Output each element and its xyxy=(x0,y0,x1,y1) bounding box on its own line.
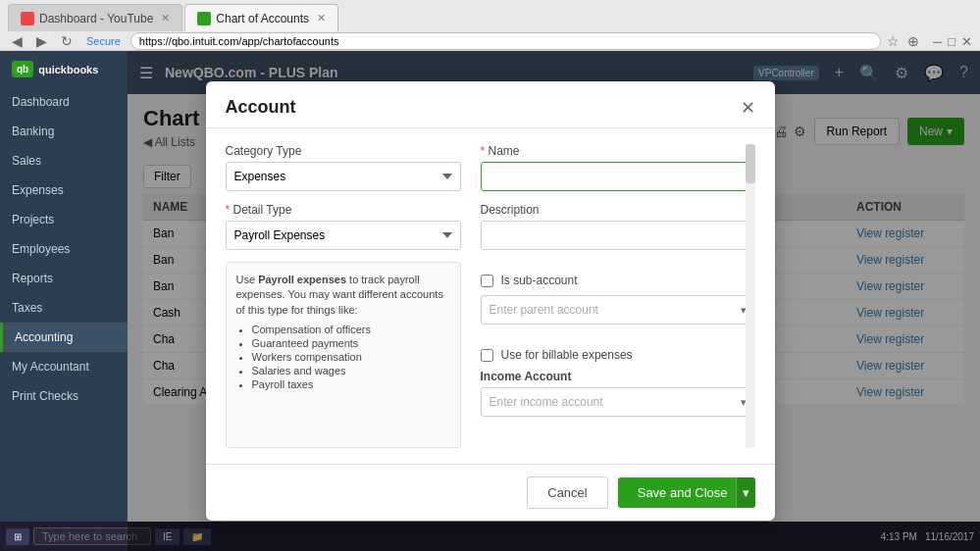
parent-account-input-wrapper[interactable]: Enter parent account ▾ xyxy=(481,295,755,325)
detail-type-label: * Detail Type xyxy=(226,203,461,217)
income-account-group: Income Account Enter income account ▾ xyxy=(481,370,755,417)
sub-account-label: Is sub-account xyxy=(501,274,578,287)
forward-button[interactable]: ▶ xyxy=(32,32,51,50)
billable-label: Use for billable expenses xyxy=(501,348,633,362)
minimize-button[interactable]: ─ xyxy=(933,34,942,49)
description-input[interactable] xyxy=(481,221,755,250)
extensions-icon[interactable]: ⊕ xyxy=(907,33,919,49)
detail-type-select[interactable]: Payroll Expenses xyxy=(226,221,461,250)
description-group: Description xyxy=(481,203,755,250)
parent-account-placeholder: Enter parent account xyxy=(490,303,741,317)
tab-youtube-label: Dashboard - YouTube xyxy=(39,12,153,25)
income-account-label: Income Account xyxy=(481,370,755,383)
sidebar-item-my-accountant-label: My Accountant xyxy=(12,360,89,374)
spacer2 xyxy=(481,336,755,348)
secure-label: Secure xyxy=(82,35,125,47)
sidebar-item-taxes-label: Taxes xyxy=(12,301,42,315)
name-label: * Name xyxy=(481,144,755,158)
sidebar-item-employees[interactable]: Employees xyxy=(0,234,128,264)
back-button[interactable]: ◀ xyxy=(8,32,26,50)
close-window-button[interactable]: ✕ xyxy=(961,34,972,49)
billable-checkbox[interactable] xyxy=(481,349,493,362)
main-content: ☰ NewQBO.com - PLUS Plan VPController + … xyxy=(128,51,980,551)
tab-chartofaccounts-close[interactable]: ✕ xyxy=(317,12,326,25)
refresh-button[interactable]: ↻ xyxy=(57,32,77,50)
info-text-intro: Use Payroll expenses to track payroll ex… xyxy=(236,273,450,318)
info-box: Use Payroll expenses to track payroll ex… xyxy=(226,262,461,448)
detail-type-required-marker: * xyxy=(226,203,231,217)
income-account-input-wrapper[interactable]: Enter income account ▾ xyxy=(481,387,755,417)
address-bar: ◀ ▶ ↻ Secure ☆ ⊕ ─ □ ✕ xyxy=(0,31,980,51)
tab-youtube-close[interactable]: ✕ xyxy=(161,12,170,25)
save-close-label: Save and Close xyxy=(638,485,728,500)
address-input[interactable] xyxy=(130,32,881,50)
browser-icons: ☆ ⊕ xyxy=(887,33,919,49)
youtube-favicon xyxy=(21,12,34,25)
category-type-group: Category Type Expenses xyxy=(226,144,461,191)
info-item-1: Compensation of officers xyxy=(252,324,450,335)
bookmark-icon[interactable]: ☆ xyxy=(887,33,900,49)
name-input[interactable] xyxy=(481,162,755,191)
maximize-button[interactable]: □ xyxy=(948,34,955,49)
sidebar-item-accounting[interactable]: Accounting xyxy=(0,323,128,352)
info-list: Compensation of officers Guaranteed paym… xyxy=(252,324,450,390)
qbo-favicon xyxy=(197,12,211,25)
sidebar-item-employees-label: Employees xyxy=(12,242,70,256)
description-label: Description xyxy=(481,203,755,217)
modal-footer: Cancel Save and Close ▾ xyxy=(206,464,775,521)
modal-close-button[interactable]: ✕ xyxy=(741,99,755,117)
sidebar-item-taxes[interactable]: Taxes xyxy=(0,293,128,323)
info-item-4: Salaries and wages xyxy=(252,365,450,376)
sub-account-row: Is sub-account xyxy=(481,274,755,287)
sidebar-logo: qb quickbooks xyxy=(0,51,128,87)
sidebar-item-sales[interactable]: Sales xyxy=(0,146,128,175)
detail-type-label-text: Detail Type xyxy=(233,203,292,217)
category-type-label: Category Type xyxy=(226,144,461,158)
browser-chrome: Dashboard - YouTube ✕ Chart of Accounts … xyxy=(0,0,980,51)
sidebar-item-dashboard-label: Dashboard xyxy=(12,95,70,109)
modal-header: Account ✕ xyxy=(206,81,775,128)
modal-title: Account xyxy=(226,97,296,118)
save-close-button[interactable]: Save and Close ▾ xyxy=(618,477,755,508)
sidebar-item-projects-label: Projects xyxy=(12,213,54,226)
modal-overlay: Account ✕ Category Type Expenses xyxy=(128,51,980,551)
sidebar-item-my-accountant[interactable]: My Accountant xyxy=(0,352,128,381)
income-account-placeholder: Enter income account xyxy=(490,395,741,409)
sidebar-item-print-checks[interactable]: Print Checks xyxy=(0,381,128,411)
sidebar: qb quickbooks Dashboard Banking Sales Ex… xyxy=(0,51,128,551)
info-item-2: Guaranteed payments xyxy=(252,337,450,349)
sidebar-item-reports-label: Reports xyxy=(12,272,53,285)
sidebar-item-reports[interactable]: Reports xyxy=(0,264,128,293)
sidebar-item-print-checks-label: Print Checks xyxy=(12,389,78,403)
billable-row: Use for billable expenses xyxy=(481,348,755,362)
info-item-3: Workers compensation xyxy=(252,351,450,363)
account-modal: Account ✕ Category Type Expenses xyxy=(206,81,775,521)
window-controls: ─ □ ✕ xyxy=(933,34,972,49)
sidebar-item-banking[interactable]: Banking xyxy=(0,117,128,146)
tab-youtube[interactable]: Dashboard - YouTube ✕ xyxy=(8,4,182,31)
sidebar-item-expenses-label: Expenses xyxy=(12,183,64,197)
sidebar-item-banking-label: Banking xyxy=(12,125,54,138)
scroll-thumb xyxy=(746,144,755,183)
tab-bar: Dashboard - YouTube ✕ Chart of Accounts … xyxy=(0,0,980,31)
modal-body: Category Type Expenses * Detail Type xyxy=(206,128,775,464)
sidebar-item-dashboard[interactable]: Dashboard xyxy=(0,87,128,117)
modal-right-column: * Name Description Is sub-ac xyxy=(481,144,755,448)
sub-account-checkbox[interactable] xyxy=(481,275,493,287)
sidebar-nav: Dashboard Banking Sales Expenses Project… xyxy=(0,87,128,551)
name-required-marker: * xyxy=(481,144,486,158)
quickbooks-wordmark: quickbooks xyxy=(38,64,98,75)
category-type-select[interactable]: Expenses xyxy=(226,162,461,191)
cancel-button[interactable]: Cancel xyxy=(527,476,607,509)
windows-start-button[interactable]: ⊞ xyxy=(6,528,29,545)
save-close-dropdown-icon[interactable]: ▾ xyxy=(736,477,755,508)
modal-left-column: Category Type Expenses * Detail Type xyxy=(226,144,461,448)
parent-account-group: Enter parent account ▾ xyxy=(481,295,755,325)
sidebar-item-projects[interactable]: Projects xyxy=(0,205,128,234)
tab-chartofaccounts[interactable]: Chart of Accounts ✕ xyxy=(184,4,338,31)
sidebar-item-expenses[interactable]: Expenses xyxy=(0,175,128,205)
tab-chartofaccounts-label: Chart of Accounts xyxy=(216,12,309,25)
info-bold-text: Payroll expenses xyxy=(258,274,346,285)
name-group: * Name xyxy=(481,144,755,191)
modal-scrollbar[interactable] xyxy=(746,144,755,448)
